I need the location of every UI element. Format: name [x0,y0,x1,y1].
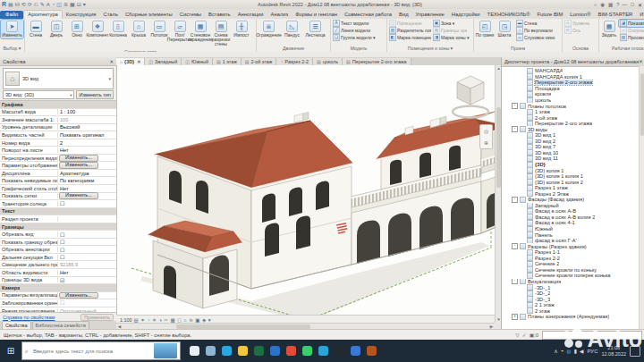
property-row[interactable]: Поворот на листе Нет [0,147,116,155]
view-control-icon[interactable]: ▾ [208,317,211,323]
qat-icon[interactable]: R [2,1,6,8]
ribbon-small-button[interactable]: ▬ Стена [515,20,555,27]
ribbon-button[interactable]: ▱ Пол/Перекрытие [170,20,190,43]
ribbon-button[interactable]: ▯ Колонна [108,20,128,38]
ribbon-tab[interactable]: Формы и генплан [292,11,341,19]
tray-icon[interactable]: ▮ [574,348,577,354]
apply-button[interactable]: Применить [80,314,114,321]
taskbar-clock[interactable]: 21:08 12.08.2022 [601,345,626,357]
taskbar-app-icon[interactable] [286,346,296,356]
qat-icon[interactable]: ◫ [56,1,62,8]
taskbar-app-icon[interactable] [190,346,199,356]
qat-icon[interactable]: ⊡ [77,1,81,8]
ribbon-small-button[interactable]: ◨ Марка зоны ▾ [432,34,476,41]
expand-collapse-icon[interactable]: - [512,279,518,285]
type-selector[interactable]: ⌂ 3D вид ▾ [3,68,114,89]
view-control-icon[interactable]: ▣ [195,317,199,323]
ribbon-small-button[interactable]: A Текст модели [332,20,377,27]
ribbon-button[interactable]: ⊞ Окно [67,20,87,38]
title-icon[interactable]: ? [616,2,619,8]
property-row[interactable]: Обрезать вид ☐ [0,231,116,239]
ribbon-small-button[interactable]: ▱ Опорная плоскость [619,27,644,34]
property-row[interactable]: Заблокированная ориент... ☐ [0,299,116,307]
qat-icon[interactable]: ⟳ [28,1,32,8]
view-control-icon[interactable]: ✦ [140,317,145,323]
language-indicator[interactable]: РУС [587,349,597,354]
taskbar-search[interactable]: ⌕ [21,341,181,360]
view-cube[interactable] [449,69,492,121]
view-tab[interactable]: ⌂ {3D} ✕ [116,58,145,65]
ribbon-button[interactable]: ◺ Пандус [281,20,303,38]
ribbon-button[interactable]: ▦ Задать [600,20,618,38]
qat-icon[interactable]: ▤ [8,1,13,8]
qat-icon[interactable]: ≋ [64,1,68,8]
status-filter-icon[interactable]: ▽ [515,333,519,338]
tray-icon[interactable]: ∧ [554,348,557,354]
property-row[interactable]: Видимость частей Показать оригинал [0,131,116,139]
taskbar-app-icon[interactable] [351,346,360,356]
start-button[interactable]: ⊞ [0,346,21,356]
ribbon-tab[interactable]: Future BIM [534,11,567,19]
ribbon-button[interactable]: ☰ Лестница [304,20,326,38]
view-tab[interactable]: ◔ Разрез 2-2 ✕ [276,58,313,65]
qat-icon[interactable]: ⟲ [21,1,26,8]
property-row[interactable]: Параметры визуализации Изменить... [0,292,116,300]
property-row[interactable]: Раздел проекта [0,215,116,223]
ribbon-small-button[interactable]: ▢ Помещение [388,20,432,27]
property-row[interactable]: Показать сетки Изменить... [0,193,116,201]
expand-collapse-icon[interactable]: + [512,314,518,320]
ribbon-tab[interactable]: Конструкция [63,11,100,19]
property-row[interactable]: Смещение дальнего пред... 92186.9 [0,261,116,269]
ribbon-button[interactable]: ▭ Потолок [149,20,169,38]
ribbon-small-button[interactable]: ▣ Зона ▾ [432,20,476,27]
edit-type-button[interactable]: Изменить тип [76,90,114,99]
ribbon-tab[interactable]: Архитектура [23,10,63,19]
taskbar-app-icon[interactable] [238,346,248,356]
window-control-icon[interactable]: □ [631,2,634,8]
property-row[interactable]: Границы 3D вида ☑ [0,277,116,285]
ribbon-tab[interactable]: Lumion® [566,11,594,19]
ribbon-button[interactable]: ➤ Изменить [1,20,23,38]
taskbar-app-icon[interactable] [254,346,264,356]
ribbon-small-button[interactable]: ◧ Марка помещения ▾ [388,34,432,41]
view-control-icon[interactable]: ▦ [171,317,175,323]
ribbon-tab[interactable]: Изменить [636,11,644,19]
taskbar-app-icon[interactable] [302,346,312,356]
ribbon-small-button[interactable]: ▤ Просмотр [619,34,644,41]
property-row[interactable]: Значение масштаба 1: 100 [0,116,116,124]
taskbar-app-icon[interactable] [335,346,344,356]
status-filter-icon[interactable]: ✓ [522,333,527,338]
view-tab[interactable]: ▤ 1 этаж ✕ [213,58,242,65]
steering-wheel-icon[interactable]: ◎ [484,128,488,134]
property-row[interactable]: Номер вида 2 [0,139,116,147]
view-tab[interactable]: ◫ Западный ✕ [145,58,182,65]
ribbon-button[interactable]: ❖ Компонент [88,20,107,38]
property-row[interactable]: Масштаб вида 1 : 100 [0,109,116,117]
window-control-icon[interactable]: ✕ [638,2,642,8]
tab-properties[interactable]: Свойства [2,321,31,329]
ribbon-small-button[interactable]: ╱ Линия модели [332,27,377,34]
tray-icon[interactable]: ◀ [580,348,584,354]
expand-collapse-icon[interactable]: - [512,243,518,249]
taskbar-app-icon[interactable] [270,346,280,356]
ribbon-tab[interactable]: Совместная работа [341,11,395,19]
ribbon-tab[interactable]: Аннотации [234,11,267,19]
view-control-icon[interactable]: ◑ [159,317,162,323]
ribbon-small-button[interactable]: ▦ Границы зон [432,27,476,34]
close-icon[interactable]: ✕ [109,59,114,64]
title-icon[interactable]: ◉ [600,2,605,8]
property-row[interactable]: Дальняя секущая Вкл ☐ [0,254,116,262]
browser-scrollbar[interactable] [639,66,644,329]
tray-icon[interactable]: ◍ [566,348,571,354]
ribbon-tab[interactable]: BIM-STARTER [595,11,637,19]
taskbar-app-icon[interactable] [367,346,377,356]
ribbon-tab[interactable]: Системы [176,11,205,19]
ribbon-button[interactable]: ◰ По грани [475,20,495,38]
property-row[interactable]: Камера [0,284,116,292]
ribbon-small-button[interactable]: ⌓ Слуховое окно [515,34,555,41]
property-row[interactable]: Уровень детализации Высокий [0,124,116,132]
scale-button[interactable]: 1:100 [120,317,132,323]
view-control-icon[interactable]: ✂ [164,317,168,323]
property-row[interactable]: Траектория солнца ☐ [0,200,116,208]
property-row[interactable]: Область видимости Нет [0,269,116,277]
